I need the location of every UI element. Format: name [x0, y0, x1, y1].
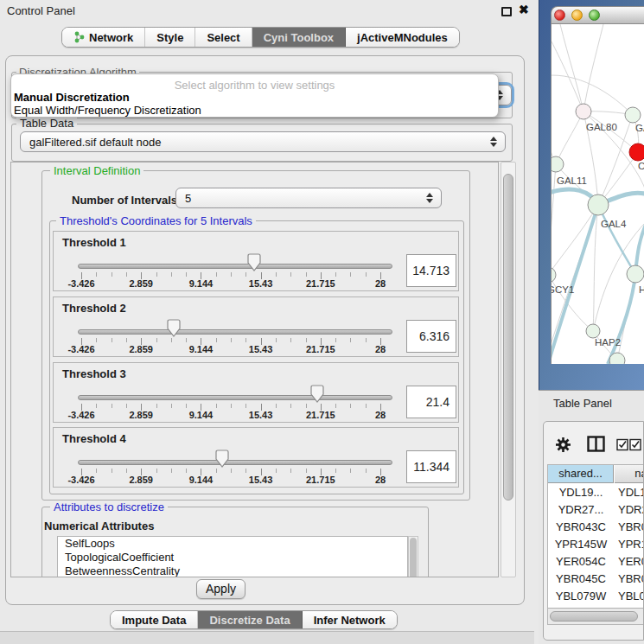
node-table[interactable]: shared... name YDL19...YDL1YDR27...YDR2Y…: [547, 464, 644, 625]
column-header-name[interactable]: name: [615, 465, 644, 483]
tick-label: 2.859: [129, 344, 153, 354]
threshold-value-field[interactable]: 11.344: [406, 450, 456, 483]
table-row[interactable]: YER054CYER0: [548, 553, 644, 571]
slider-track[interactable]: [78, 329, 392, 335]
table-row[interactable]: YBL079WYBL0: [548, 588, 644, 605]
attribute-item[interactable]: TopologicalCoefficient: [58, 551, 407, 564]
tab-cyni-toolbox[interactable]: Cyni Toolbox: [252, 28, 346, 47]
node-label: C: [638, 161, 644, 171]
network-node-gal80[interactable]: [576, 104, 591, 119]
network-icon: [73, 31, 85, 43]
window-close-icon[interactable]: [554, 10, 565, 21]
tick-label: 9.144: [189, 344, 214, 354]
tick-label: 15.43: [249, 410, 273, 420]
table-row[interactable]: YBR043CYBR0: [548, 519, 644, 536]
attributes-list-scrollbar[interactable]: [408, 536, 418, 577]
tick-label: 2.859: [129, 278, 153, 289]
slider-thumb[interactable]: [310, 385, 324, 403]
table-hscrollbar[interactable]: [548, 608, 644, 625]
network-node-gal4[interactable]: [588, 194, 609, 215]
slider-track[interactable]: [78, 460, 392, 465]
num-intervals-spinner[interactable]: 5: [175, 188, 442, 208]
table-row[interactable]: YDL19...YDL1: [548, 484, 644, 501]
network-node-ga[interactable]: [625, 107, 641, 123]
panel-title: Control Panel: [7, 4, 75, 17]
tab-label: Impute Data: [122, 614, 186, 627]
tab-label: jActiveMNodules: [357, 31, 448, 44]
close-panel-icon[interactable]: ✖: [519, 3, 529, 16]
node-label: GAL4: [601, 219, 627, 229]
split-columns-icon[interactable]: [587, 436, 605, 452]
network-node-h[interactable]: [627, 265, 644, 283]
network-node-hap2[interactable]: [586, 324, 600, 338]
tab-impute-data[interactable]: Impute Data: [111, 611, 198, 628]
threshold-label: Threshold 4: [62, 432, 126, 445]
threshold-value-field[interactable]: 14.713: [406, 254, 456, 287]
numerical-attributes-list[interactable]: SelfLoopsTopologicalCoefficientBetweenne…: [57, 536, 408, 577]
table-data-combo[interactable]: galFiltered.sif default node: [20, 131, 506, 152]
network-node-gal11[interactable]: [552, 156, 564, 172]
window-zoom-icon[interactable]: [589, 10, 600, 21]
tick-label: 21.715: [306, 278, 335, 289]
tab-discretize-data[interactable]: Discretize Data: [198, 611, 302, 628]
node-label: GAL11: [557, 175, 587, 186]
network-node-gcy1[interactable]: [552, 267, 556, 283]
network-canvas[interactable]: GAL80GACGAL11GAL4GCY1HHAP2: [551, 24, 644, 364]
tick-label: 28: [375, 410, 386, 420]
cyni-mode-tabbar: Impute DataDiscretize DataInfer Network: [110, 610, 398, 629]
table-data-title: Table Data: [16, 118, 77, 129]
select-all-checkboxes-icon[interactable]: [616, 438, 644, 451]
table-data-value: galFiltered.sif default node: [21, 136, 161, 149]
table-row[interactable]: YDR27...YDR2: [548, 501, 644, 519]
float-window-icon[interactable]: [501, 7, 512, 16]
cell-shared-name: YBR045C: [548, 571, 614, 588]
network-node-c[interactable]: [629, 143, 644, 161]
table-row[interactable]: YBR045CYBR0: [548, 571, 644, 588]
attribute-item[interactable]: BetweennessCentrality: [58, 564, 407, 577]
num-intervals-label: Number of Intervals: [72, 194, 177, 207]
table-panel-title: Table Panel: [553, 397, 612, 410]
tick-label: 28: [375, 278, 386, 289]
table-row[interactable]: YPR145WYPR1: [548, 536, 644, 553]
slider-track[interactable]: [78, 395, 392, 400]
apply-button[interactable]: Apply: [196, 579, 245, 599]
tab-infer-network[interactable]: Infer Network: [303, 611, 397, 628]
network-nodes: GAL80GACGAL11GAL4GCY1HHAP2: [552, 104, 644, 364]
tick-label: -3.426: [67, 410, 94, 420]
column-header-shared-name[interactable]: shared...: [548, 465, 614, 483]
tab-style[interactable]: Style: [145, 28, 195, 47]
gear-icon[interactable]: [555, 437, 571, 453]
tab-network[interactable]: Network: [62, 28, 145, 47]
tab-label: Style: [156, 31, 183, 44]
threshold-label: Threshold 3: [62, 367, 126, 380]
threshold-value-field[interactable]: 21.4: [406, 386, 456, 418]
dropdown-item-manual-discretization[interactable]: Manual Discretization: [14, 91, 496, 104]
network-node[interactable]: [609, 353, 625, 364]
interval-definition-title: Interval Definition: [50, 165, 143, 176]
settings-scrollbar[interactable]: [501, 162, 516, 577]
slider-thumb[interactable]: [247, 253, 261, 271]
algorithm-dropdown-popup: Select algorithm to view settings Manual…: [10, 73, 499, 118]
window-minimize-icon[interactable]: [571, 10, 583, 21]
tab-label: Select: [207, 31, 239, 44]
slider-thumb[interactable]: [167, 319, 181, 337]
slider-track[interactable]: [78, 264, 392, 269]
tab-jactivemnodules[interactable]: jActiveMNodules: [346, 28, 459, 47]
tick-label: -3.426: [67, 344, 94, 354]
dropdown-prompt: Select algorithm to view settings: [11, 79, 498, 92]
threshold-label: Threshold 2: [62, 302, 126, 315]
cell-name: YDL1: [618, 484, 644, 501]
tab-select[interactable]: Select: [195, 28, 252, 47]
attribute-item[interactable]: SelfLoops: [58, 537, 407, 551]
cell-name: YBR0: [618, 571, 644, 588]
node-label: H: [639, 284, 644, 295]
tick-label: -3.426: [67, 278, 94, 289]
node-label: HAP2: [595, 337, 621, 348]
threshold-value-field[interactable]: 6.316: [406, 320, 456, 353]
combo-arrows-icon: [490, 137, 497, 147]
dropdown-item-equal-width[interactable]: Equal Width/Frequency Discretization: [14, 104, 496, 117]
tick-label: 21.715: [306, 410, 335, 420]
tick-label: 9.144: [189, 475, 214, 485]
slider-thumb[interactable]: [215, 450, 229, 468]
threshold-4-box: Threshold 4-3.4262.8599.14415.4321.71528…: [53, 427, 459, 488]
